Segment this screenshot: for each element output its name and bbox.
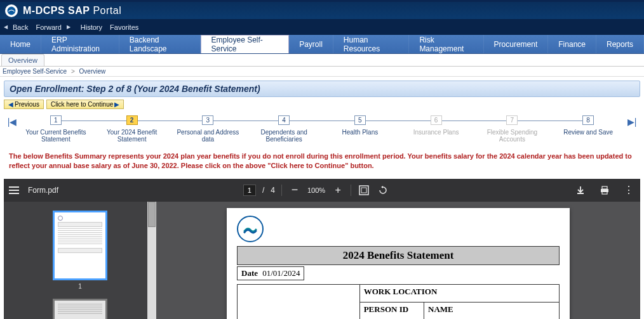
forward-link[interactable]: Forward (33, 22, 64, 32)
rotate-icon[interactable] (377, 184, 389, 197)
toolbar-divider (281, 185, 282, 196)
pdf-page: 2024 Benefits Statement Date 01/01/2024 … (227, 208, 570, 319)
thumbnail-scrollbar[interactable] (147, 202, 156, 319)
roadmap-step-number: 7 (506, 115, 518, 125)
roadmap-step-label: Personal and Address data (170, 129, 246, 143)
zoom-in-icon[interactable]: + (332, 184, 344, 197)
roadmap-step[interactable]: 5Health Plans (322, 115, 398, 143)
enrollment-notice: The below Benefits Summary represents yo… (4, 143, 640, 176)
roadmap-step-number: 8 (582, 115, 594, 125)
pdf-page-total: 4 (271, 186, 275, 195)
tab-home[interactable]: Home (0, 35, 41, 53)
breadcrumb-item: Overview (79, 68, 106, 75)
continue-button[interactable]: Click here to Continue ▶ (46, 100, 124, 109)
pdf-zoom-level[interactable]: 100% (307, 186, 325, 194)
roadmap-start-icon[interactable]: |◀ (6, 115, 18, 127)
pdf-viewer: Form.pdf / 4 − 100% + (4, 179, 640, 319)
zoom-out-icon[interactable]: − (288, 184, 301, 197)
step-header: Open Enrollment: Step 2 of 8 (Your 2024 … (4, 81, 640, 97)
roadmap-step: 6Insurance Plans (398, 115, 474, 143)
roadmap-step-label: Review and Save (550, 129, 626, 136)
app-title: M-DCPS SAP Portal (23, 5, 121, 16)
pdf-thumbnail-panel: 1 (4, 202, 156, 319)
roadmap-step[interactable]: 3Personal and Address data (170, 115, 246, 143)
previous-button-label: Previous (15, 101, 39, 108)
roadmap-step[interactable]: 4Dependents and Beneficiaries (246, 115, 322, 143)
tab-payroll[interactable]: Payroll (289, 35, 333, 53)
date-label: Date (241, 268, 258, 278)
roadmap-step-number: 4 (278, 115, 290, 125)
tab-finance[interactable]: Finance (548, 35, 596, 53)
pdf-page-sep: / (262, 186, 264, 195)
pdf-thumbnail-number: 1 (53, 283, 107, 290)
history-link[interactable]: History (78, 22, 105, 32)
left-arrow-icon: ◀ (8, 101, 13, 108)
step-button-row: ◀ Previous Click here to Continue ▶ (4, 100, 640, 109)
roadmap-step-number: 1 (50, 115, 62, 125)
svg-rect-1 (359, 186, 368, 195)
app-banner: M-DCPS SAP Portal (0, 0, 644, 19)
tab-procurement[interactable]: Procurement (484, 35, 549, 53)
roadmap-step[interactable]: 1Your Current Benefits Statement (18, 115, 94, 143)
roadmap: |◀ 1Your Current Benefits Statement2Your… (4, 115, 640, 143)
svg-point-0 (8, 6, 16, 15)
breadcrumb: Employee Self-Service > Overview (0, 67, 644, 77)
document-info-table: WORK LOCATION PERSON ID NAME (237, 284, 560, 319)
tab-human-resources[interactable]: Human Resources (333, 35, 410, 53)
roadmap-step-number: 2 (126, 115, 138, 125)
pdf-thumbnail[interactable] (53, 299, 107, 319)
person-id-label: PERSON ID (359, 302, 424, 319)
tab-erp-administration[interactable]: ERP Administration (41, 35, 119, 53)
name-label: NAME (424, 302, 560, 319)
roadmap-step-number: 3 (202, 115, 213, 125)
sub-nav: Overview (0, 54, 644, 67)
toolbar-divider (351, 185, 351, 196)
history-navbar: ◀ Back Forward ▶ History Favorites (0, 19, 644, 35)
roadmap-step: 7Flexible Spending Accounts (474, 115, 551, 143)
svg-rect-3 (602, 186, 607, 189)
roadmap-step-label: Health Plans (322, 129, 398, 136)
work-location-label: WORK LOCATION (359, 284, 559, 302)
date-value: 01/01/2024 (262, 268, 300, 278)
roadmap-step-number: 6 (431, 115, 442, 125)
info-left-cell (238, 284, 360, 319)
document-title: 2024 Benefits Statement (237, 246, 560, 265)
roadmap-step[interactable]: 2Your 2024 Benefit Statement (94, 115, 170, 143)
previous-button[interactable]: ◀ Previous (4, 100, 44, 109)
favorites-link[interactable]: Favorites (107, 22, 141, 32)
roadmap-step-label: Dependents and Beneficiaries (246, 129, 322, 143)
pdf-page-panel[interactable]: 2024 Benefits Statement Date 01/01/2024 … (156, 202, 640, 319)
breadcrumb-item[interactable]: Employee Self-Service (3, 68, 67, 75)
roadmap-step-label: Your 2024 Benefit Statement (94, 129, 170, 143)
tab-backend-landscape[interactable]: Backend Landscape (119, 35, 201, 53)
pdf-filename: Form.pdf (28, 186, 58, 195)
back-link[interactable]: Back (10, 22, 30, 32)
continue-button-label: Click here to Continue (51, 101, 113, 108)
pdf-page-input[interactable] (243, 185, 256, 196)
more-icon[interactable]: ⋮ (622, 184, 635, 197)
roadmap-step-label: Your Current Benefits Statement (18, 129, 94, 143)
roadmap-step-label: Insurance Plans (398, 129, 474, 136)
main-nav: Home ERP Administration Backend Landscap… (0, 35, 644, 54)
breadcrumb-sep-icon: > (71, 68, 75, 75)
tab-risk-management[interactable]: Risk Management (409, 35, 483, 53)
pdf-thumbnail[interactable] (53, 211, 107, 280)
district-logo-icon (237, 216, 264, 242)
app-logo-icon (5, 4, 18, 17)
roadmap-end-icon[interactable]: ▶| (626, 115, 638, 127)
tab-employee-self-service[interactable]: Employee Self-Service (201, 35, 290, 53)
pdf-menu-icon[interactable] (9, 186, 19, 194)
fit-page-icon[interactable] (358, 184, 370, 197)
back-arrow-icon: ◀ (4, 24, 8, 30)
right-arrow-icon: ▶ (114, 101, 119, 108)
forward-arrow-icon: ▶ (67, 24, 70, 30)
subtab-overview[interactable]: Overview (1, 54, 44, 66)
document-date-box: Date 01/01/2024 (237, 266, 304, 280)
tab-reports[interactable]: Reports (596, 35, 644, 53)
download-icon[interactable] (574, 184, 587, 197)
svg-rect-2 (361, 188, 366, 193)
pdf-toolbar: Form.pdf / 4 − 100% + (4, 179, 640, 202)
roadmap-step-label: Flexible Spending Accounts (474, 129, 551, 143)
print-icon[interactable] (598, 184, 611, 197)
roadmap-step[interactable]: 8Review and Save (550, 115, 626, 143)
